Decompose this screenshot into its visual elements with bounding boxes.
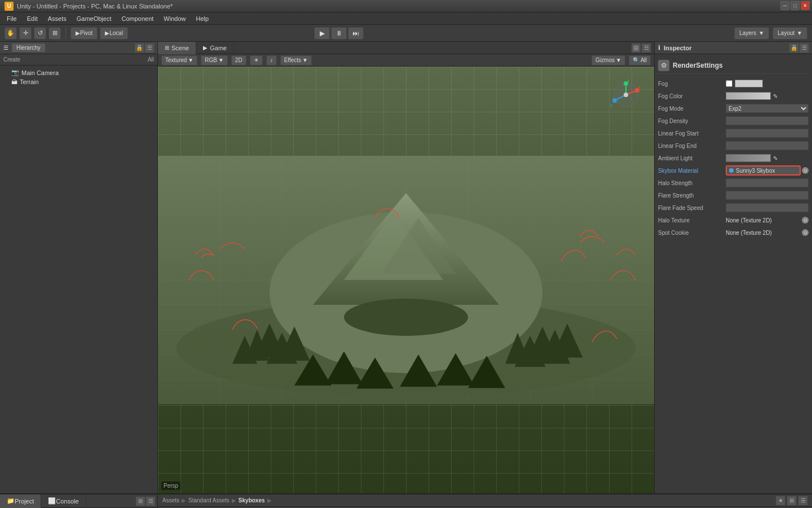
spot-cookie-target[interactable]: ⊙ — [802, 229, 809, 236]
skybox-material-row: Skybox Material Sunny3 Skybox ⊙ — [658, 165, 809, 176]
bottom-center-panel: Assets ▶ Standard Assets ▶ Skyboxes ▶ ★ … — [158, 494, 812, 508]
menu-gameobject[interactable]: GameObject — [72, 14, 116, 23]
scene-tab[interactable]: ⊞ Scene — [158, 42, 196, 54]
local-arrow: ▶ — [105, 30, 109, 36]
layout-dropdown[interactable]: Layout ▼ — [773, 27, 807, 40]
skybox-target-icon[interactable]: ⊙ — [802, 167, 809, 174]
close-button[interactable]: ✕ — [801, 1, 810, 10]
hierarchy-create-button[interactable]: Create — [3, 56, 20, 63]
scale-tool[interactable]: ⊞ — [48, 27, 61, 40]
inspector-menu-button[interactable]: ☰ — [800, 43, 809, 52]
breadcrumb-standard[interactable]: Standard Assets — [188, 497, 230, 503]
assets-menu-button[interactable]: ☰ — [798, 496, 807, 505]
fog-density-input[interactable]: 0.01 — [726, 116, 809, 125]
ambient-light-label: Ambient Light — [658, 155, 726, 161]
pivot-button[interactable]: ▶ Pivot — [70, 27, 98, 40]
game-tab[interactable]: ▶ Game — [196, 42, 234, 54]
hierarchy-item-camera[interactable]: 📷 Main Camera — [0, 68, 157, 77]
fog-color-label: Fog Color — [658, 93, 726, 99]
spot-cookie-label: Spot Cookie — [658, 230, 726, 236]
scene-menu-button[interactable]: ☰ — [642, 43, 651, 52]
minimize-button[interactable]: ─ — [780, 1, 789, 10]
svg-text:X: X — [638, 86, 641, 90]
gizmo-widget[interactable]: X Y Z — [609, 78, 643, 112]
menu-assets[interactable]: Assets — [43, 14, 71, 23]
menu-window[interactable]: Window — [159, 14, 190, 23]
fog-mode-select[interactable]: Exp2 Linear Exp — [726, 104, 809, 113]
pivot-arrow: ▶ — [76, 30, 80, 36]
ambient-light-edit[interactable]: ✎ — [773, 155, 778, 161]
halo-texture-value: None (Texture 2D) — [726, 217, 802, 224]
assets-expand-button[interactable]: ⊞ — [787, 496, 796, 505]
hand-tool[interactable]: ✋ — [5, 27, 17, 40]
hierarchy-all-button[interactable]: All — [148, 56, 154, 63]
rotate-tool[interactable]: ↺ — [34, 27, 46, 40]
ambient-light-field[interactable] — [726, 154, 771, 162]
2d-button[interactable]: 2D — [231, 55, 246, 65]
inspector-lock-button[interactable]: 🔒 — [789, 43, 798, 52]
textured-button[interactable]: Textured ▼ — [161, 55, 197, 65]
toolbar: ✋ ✛ ↺ ⊞ ▶ Pivot ▶ Local ▶ ⏸ ⏭ Layers ▼ L… — [0, 25, 812, 42]
menu-file[interactable]: File — [2, 14, 21, 23]
project-tab-icon: 📁 — [7, 497, 15, 505]
menu-help[interactable]: Help — [191, 14, 213, 23]
linear-fog-start-input[interactable]: 0 — [726, 129, 809, 138]
breadcrumb-assets[interactable]: Assets — [162, 497, 179, 503]
project-tab[interactable]: 📁 Project — [0, 494, 41, 508]
menu-bar: File Edit Assets GameObject Component Wi… — [0, 12, 812, 25]
flare-strength-input[interactable]: 1 — [726, 191, 809, 200]
bottom-left-expand[interactable]: ⊞ — [136, 497, 145, 506]
audio-button[interactable]: ♪ — [266, 55, 277, 65]
layers-dropdown[interactable]: Layers ▼ — [734, 27, 769, 40]
halo-texture-target[interactable]: ⊙ — [802, 217, 809, 224]
linear-fog-end-input[interactable]: 300 — [726, 141, 809, 150]
play-button[interactable]: ▶ — [314, 27, 330, 40]
rgb-button[interactable]: RGB ▼ — [201, 55, 228, 65]
title-text: Unity - Untitled - Projects - PC, Mac & … — [17, 3, 173, 10]
effects-label: Effects — [284, 57, 301, 63]
fog-label: Fog — [658, 81, 726, 87]
fog-color-field[interactable] — [726, 92, 771, 100]
flare-strength-row: Flare Strength 1 — [658, 190, 809, 200]
gizmo-svg: X Y Z — [609, 78, 643, 112]
hierarchy-tab[interactable]: Hierarchy — [12, 43, 45, 52]
menu-edit[interactable]: Edit — [23, 14, 42, 23]
fog-checkbox[interactable] — [726, 80, 732, 87]
2d-label: 2D — [235, 57, 242, 63]
gizmos-label: Gizmos — [595, 57, 615, 63]
window-controls: ─ □ ✕ — [780, 1, 810, 10]
move-tool[interactable]: ✛ — [19, 27, 32, 40]
terrain-label: Terrain — [20, 78, 39, 85]
hierarchy-lock-button[interactable]: 🔒 — [135, 43, 144, 52]
hierarchy-item-terrain[interactable]: 🏔 Terrain — [0, 77, 157, 86]
game-tab-icon: ▶ — [203, 45, 208, 51]
step-button[interactable]: ⏭ — [348, 27, 364, 40]
pause-button[interactable]: ⏸ — [331, 27, 347, 40]
effects-button[interactable]: Effects ▼ — [280, 55, 312, 65]
hierarchy-toolbar: Create All — [0, 54, 157, 65]
maximize-button[interactable]: □ — [791, 1, 800, 10]
menu-component[interactable]: Component — [117, 14, 158, 23]
fog-color-swatch[interactable] — [735, 80, 763, 87]
scene-view[interactable]: X Y Z Persp — [158, 67, 654, 493]
scene-expand-button[interactable]: ⊞ — [632, 43, 641, 52]
spot-cookie-value: None (Texture 2D) — [726, 230, 802, 236]
fog-color-edit[interactable]: ✎ — [773, 93, 778, 99]
gizmos-arrow: ▼ — [616, 57, 621, 63]
center-panel: ⊞ Scene ▶ Game ⊞ ☰ Textured ▼ RGB ▼ 2D — [158, 42, 654, 493]
assets-star-button[interactable]: ★ — [776, 496, 785, 505]
local-button[interactable]: ▶ Local — [100, 27, 128, 40]
halo-strength-input[interactable]: 0.5 — [726, 178, 809, 187]
breadcrumb-sep-3: ▶ — [267, 497, 272, 503]
bottom-left-menu[interactable]: ☰ — [146, 497, 155, 506]
sun-button[interactable]: ☀ — [250, 55, 263, 65]
gizmos-button[interactable]: Gizmos ▼ — [592, 55, 625, 65]
terrain-icon: 🏔 — [11, 78, 17, 85]
fog-density-row: Fog Density 0.01 — [658, 116, 809, 126]
flare-fade-speed-input[interactable]: 3 — [726, 203, 809, 212]
breadcrumb-skyboxes[interactable]: Skyboxes — [239, 497, 265, 503]
console-tab[interactable]: ⬜ Console — [41, 494, 86, 508]
skybox-material-field[interactable]: Sunny3 Skybox — [726, 165, 801, 176]
scene-all-button[interactable]: 🔍 All — [629, 55, 651, 65]
hierarchy-menu-button[interactable]: ☰ — [145, 43, 154, 52]
